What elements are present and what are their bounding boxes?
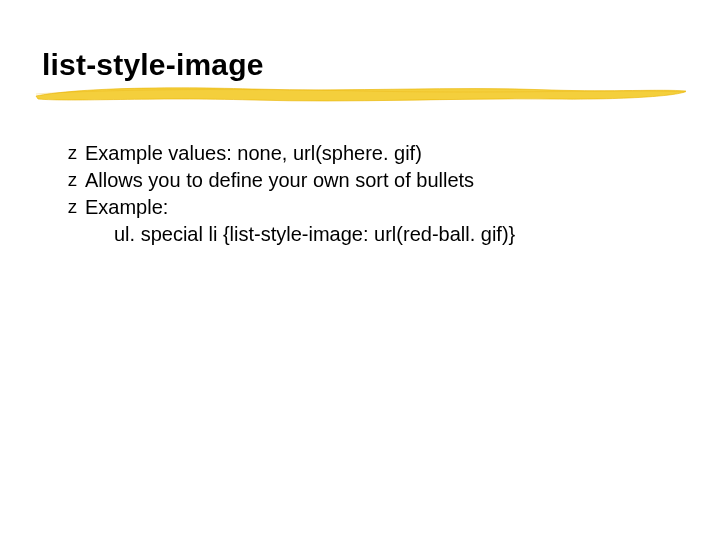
title-underline [40, 86, 680, 110]
bullet-icon: z [68, 167, 77, 193]
list-item: z Example: [68, 194, 680, 221]
list-item: z Example values: none, url(sphere. gif) [68, 140, 680, 167]
list-item-text: Example values: none, url(sphere. gif) [85, 140, 422, 167]
slide-body: z Example values: none, url(sphere. gif)… [40, 140, 680, 248]
slide: list-style-image z Example values: none,… [0, 0, 720, 540]
slide-title: list-style-image [42, 48, 680, 82]
list-item-subtext: ul. special li {list-style-image: url(re… [68, 221, 680, 248]
list-item-text: Example: [85, 194, 168, 221]
bullet-icon: z [68, 194, 77, 220]
bullet-icon: z [68, 140, 77, 166]
brush-stroke-icon [32, 80, 692, 108]
list-item: z Allows you to define your own sort of … [68, 167, 680, 194]
list-item-text: Allows you to define your own sort of bu… [85, 167, 474, 194]
